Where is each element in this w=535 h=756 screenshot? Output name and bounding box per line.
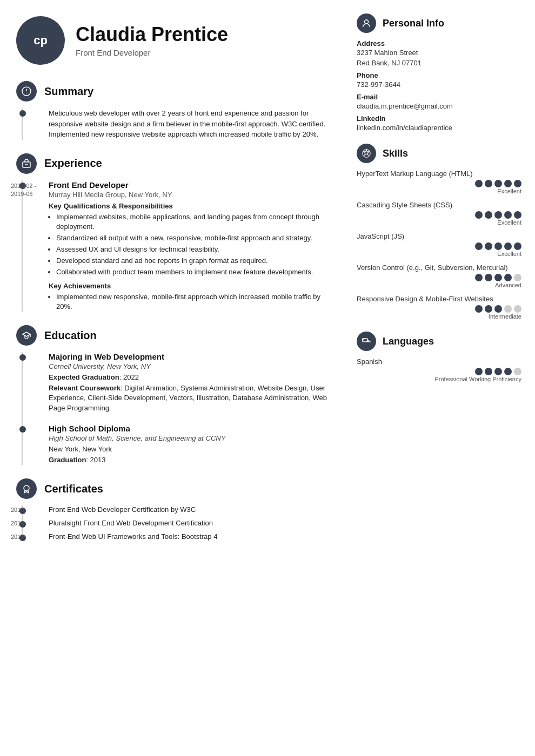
exp-bullet-0-4: Collaborated with product team members t… [56,267,330,277]
certificates-section: Certificates 2019 Front End Web Develope… [16,478,330,541]
experience-title: Experience [44,157,102,170]
languages-header: Languages [357,332,521,351]
exp-bullets-0: Implemented websites, mobile application… [49,212,330,278]
summary-text: Meticulous web developer with over 2 yea… [49,108,330,140]
exp-company-0: Murray Hill Media Group, New York, NY [49,191,330,199]
linkedin-value: linkedin.com/in/claudiaprentice [357,124,521,132]
skill-name-1: Cascading Style Sheets (CSS) [357,201,521,209]
personal-info-title: Personal Info [383,18,444,29]
lang-dot-0-4 [514,368,521,375]
summary-title: Summary [44,85,93,98]
email-block: E-mail claudia.m.prentice@gmail.com [357,93,521,110]
exp-title-0: Front End Developer [49,180,330,190]
header-text: Claudia Prentice Front End Developer [76,24,228,57]
skill-dot-3-0 [475,274,483,281]
skill-dot-4-0 [475,305,483,313]
skill-dot-2-4 [514,242,521,250]
edu-detail2-0: Relevant Coursework: Digital Animation, … [49,383,330,413]
skill-dot-0-3 [504,180,512,187]
languages-icon [357,332,376,351]
skill-dot-0-1 [485,180,492,187]
exp-bullet-0-1: Standardized all output with a new, resp… [56,233,330,243]
skill-item-2: JavaScript (JS) Excellent [357,232,521,257]
summary-item: Meticulous web developer with over 2 yea… [49,108,330,140]
cert-text-0: Front End Web Developer Certification by… [49,505,330,514]
edu-title-1: High School Diploma [49,424,330,433]
skill-dots-1 [357,211,521,219]
address-block: Address 3237 Mahlon Street Red Bank, NJ … [357,39,521,67]
personal-info-section: Personal Info Address 3237 Mahlon Street… [357,14,521,132]
skill-item-1: Cascading Style Sheets (CSS) Excellent [357,201,521,226]
education-title: Education [44,329,97,342]
lang-dot-0-2 [494,368,502,375]
certificates-title: Certificates [44,483,103,495]
certificates-timeline: 2019 Front End Web Developer Certificati… [16,505,330,541]
skills-icon [357,144,376,163]
skill-level-1: Excellent [357,219,521,226]
lang-dot-0-3 [504,368,512,375]
skill-dot-1-1 [485,211,492,219]
education-item-1: High School Diploma High School of Math,… [49,424,330,465]
svg-point-6 [24,485,29,491]
skill-dots-4 [357,305,521,313]
skill-dot-2-3 [504,242,512,250]
edu-title-0: Majoring in Web Development [49,352,330,361]
skill-dot-2-2 [494,242,502,250]
skill-item-0: HyperText Markup Language (HTML) Excelle… [357,170,521,194]
skills-section: Skills HyperText Markup Language (HTML) … [357,144,521,320]
certificates-header: Certificates [16,478,330,499]
skill-name-3: Version Control (e.g., Git, Subversion, … [357,264,521,272]
skill-dot-4-1 [485,305,492,313]
candidate-name: Claudia Prentice [76,24,228,45]
email-label: E-mail [357,93,521,101]
edu-detail1-1: Graduation: 2013 [49,455,330,465]
skill-dot-4-2 [494,305,502,313]
linkedin-label: LinkedIn [357,114,521,123]
skill-dot-1-0 [475,211,483,219]
address-line2: Red Bank, NJ 07701 [357,59,521,67]
exp-subheading2-0: Key Achievements [49,282,330,290]
personal-info-header: Personal Info [357,14,521,33]
skill-name-4: Responsive Design & Mobile-First Website… [357,295,521,303]
phone-label: Phone [357,71,521,79]
skill-level-2: Excellent [357,251,521,257]
address-line1: 3237 Mahlon Street [357,49,521,57]
skill-dots-0 [357,180,521,187]
skill-dot-0-4 [514,180,521,187]
certificates-icon [16,478,37,499]
skill-dots-3 [357,274,521,281]
experience-header: Experience [16,153,330,174]
skill-dot-0-2 [494,180,502,187]
skill-dot-2-0 [475,242,483,250]
education-section: Education Majoring in Web Development Co… [16,325,330,465]
cert-date-2: 2017 [11,534,24,540]
summary-content: Meticulous web developer with over 2 yea… [16,108,330,140]
experience-icon [16,153,37,174]
skill-item-3: Version Control (e.g., Git, Subversion, … [357,264,521,288]
skill-dot-1-4 [514,211,521,219]
lang-level-0: Professional Working Proficiency [357,376,521,382]
edu-location-1: New York, New York [49,444,330,454]
experience-timeline: 2017-02 - 2019-06 Front End Developer Mu… [16,180,330,312]
skill-level-3: Advanced [357,282,521,288]
skill-dot-1-3 [504,211,512,219]
skill-dot-3-2 [494,274,502,281]
skill-dot-4-3 [504,305,512,313]
cert-date-0: 2019 [11,507,24,513]
lang-name-0: Spanish [357,357,521,366]
education-timeline: Majoring in Web Development Cornell Univ… [16,352,330,465]
edu-school-1: High School of Math, Science, and Engine… [49,434,330,442]
skill-dot-3-4 [514,274,521,281]
skill-dots-2 [357,242,521,250]
skill-dot-0-0 [475,180,483,187]
skill-level-0: Excellent [357,188,521,194]
edu-detail1-0: Expected Graduation: 2022 [49,373,330,382]
address-label: Address [357,39,521,48]
exp-achievements-0: Implemented new responsive, mobile-first… [49,292,330,312]
languages-section: Languages Spanish Professional Working P… [357,332,521,382]
exp-subheading1-0: Key Qualifications & Responsibilities [49,202,330,210]
cert-date-1: 2018 [11,520,24,526]
exp-date-0: 2017-02 - 2019-06 [11,182,36,199]
personal-info-icon [357,14,376,33]
phone-value: 732-997-3644 [357,80,521,89]
